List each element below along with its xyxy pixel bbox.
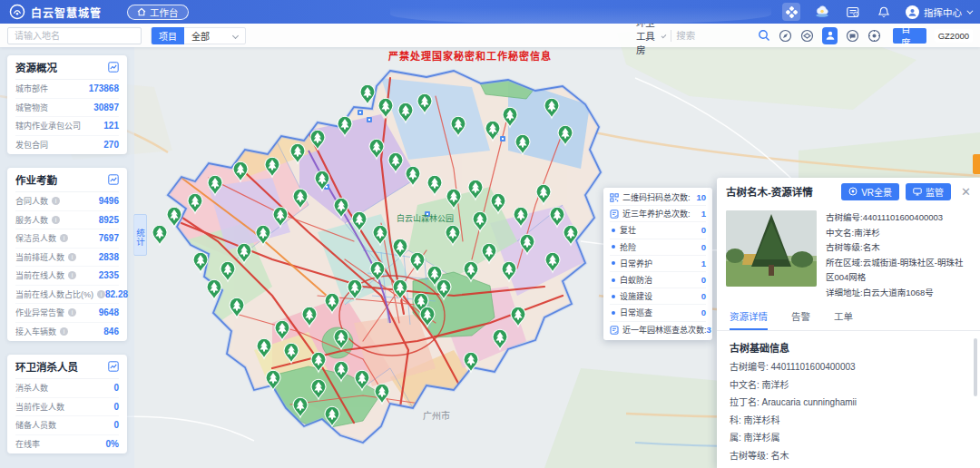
- chevron-down-icon: [966, 7, 973, 14]
- compass-icon[interactable]: [779, 28, 792, 43]
- info-icon[interactable]: [68, 308, 76, 317]
- popup-value: 10: [696, 192, 706, 202]
- person-icon[interactable]: [822, 27, 838, 44]
- tree-stats-popup: 二维码扫码总次数:10近三年养护总次数:1复壮0抢险0日常养护1白蚁防治0设施建…: [603, 188, 712, 340]
- bullet-icon: [612, 278, 615, 282]
- info-icon[interactable]: [52, 216, 60, 224]
- stat-row: 服务人数8925: [15, 211, 119, 230]
- map-statistics-tab[interactable]: 统计: [133, 214, 147, 256]
- apps-icon[interactable]: [782, 3, 800, 21]
- summary-line: 中文名:南洋杉: [826, 226, 971, 241]
- basemap-provider-button[interactable]: 百度: [893, 28, 926, 44]
- tab-2[interactable]: 告警: [791, 309, 810, 330]
- stat-value: 7697: [99, 233, 119, 243]
- header-decoration: [390, 0, 771, 24]
- info-icon[interactable]: [97, 290, 105, 298]
- app-root: 严禁处理国家秘密和工作秘密信息 白云山森林公园广州市 统计 白云智慧城管 工作台: [0, 0, 980, 468]
- stat-row: 当前在线人数占比(%)82.28: [15, 286, 119, 305]
- stat-label: 储备人员数: [15, 419, 56, 431]
- stat-value: 0: [113, 383, 119, 393]
- user-menu[interactable]: 指挥中心: [906, 5, 971, 19]
- field-line: 古树编号: 44011101600400003: [730, 358, 967, 376]
- popup-row: 近一年园林巡查总次数:3: [610, 322, 706, 338]
- monitor-button[interactable]: 监管: [906, 183, 951, 200]
- project-value: 全部: [184, 29, 233, 43]
- popup-label: 二维码扫码总次数:: [622, 191, 691, 203]
- vr-panorama-button[interactable]: VR全景: [841, 183, 899, 200]
- popup-label: 近三年养护总次数:: [622, 208, 691, 219]
- stat-label: 当前在线人数占比(%): [15, 288, 93, 300]
- info-icon[interactable]: [52, 197, 60, 205]
- project-button[interactable]: 项目: [152, 27, 184, 44]
- popup-label: 日常巡查: [620, 307, 652, 318]
- schedule-icon[interactable]: [844, 3, 862, 21]
- bell-icon[interactable]: [875, 3, 893, 21]
- popup-row: 设施建设0: [610, 288, 706, 305]
- tree-summary-info: 古树编号:44011101600400003中文名:南洋杉古树等级:名木所在区域…: [826, 210, 971, 300]
- stat-value: 846: [103, 327, 119, 336]
- workbench-button[interactable]: 工作台: [127, 5, 189, 20]
- stat-value: 30897: [93, 102, 119, 112]
- stat-value: 0: [113, 402, 119, 412]
- stat-label: 当前排班人数: [15, 251, 64, 263]
- user-name: 指挥中心: [924, 5, 962, 19]
- map-edge-tab[interactable]: [973, 154, 980, 174]
- section-title: 古树基础信息: [730, 340, 967, 355]
- popup-value: 0: [701, 275, 706, 285]
- stat-row: 发包合同270: [15, 136, 119, 155]
- popup-row: 近三年养护总次数:1: [610, 206, 706, 222]
- detail-title: 古树名木-资源详情: [726, 184, 813, 199]
- popup-row: 白蚁防治0: [610, 272, 706, 288]
- info-icon[interactable]: [68, 253, 76, 261]
- app-logo-icon: [9, 4, 25, 20]
- popup-row: 日常巡查0: [610, 305, 706, 321]
- poi-search-input[interactable]: [676, 27, 758, 44]
- stat-label: 在线率: [15, 438, 40, 450]
- stat-label: 当前作业人数: [15, 401, 64, 413]
- stat-label: 保洁员人数: [15, 232, 56, 244]
- tab-3[interactable]: 工单: [834, 309, 853, 330]
- popup-row: 复壮0: [610, 222, 706, 239]
- info-icon[interactable]: [68, 271, 76, 279]
- popup-label: 抢险: [620, 241, 636, 253]
- stat-row: 接入车辆数846: [15, 323, 119, 342]
- popup-value: 0: [701, 291, 706, 301]
- stat-row: 储备人员数0: [15, 416, 119, 435]
- project-filter[interactable]: 项目 全部: [151, 27, 246, 44]
- chart-icon[interactable]: [108, 62, 119, 73]
- popup-value: 1: [701, 258, 706, 268]
- stat-panel: 作业考勤合同人数9496服务人数8925保洁员人数7697当前排班人数2838当…: [7, 168, 127, 341]
- search-icon[interactable]: [758, 28, 770, 43]
- vr-icon: [848, 187, 858, 196]
- scrollbar[interactable]: [974, 338, 977, 396]
- info-icon[interactable]: [60, 234, 68, 242]
- stat-label: 城管物资: [15, 102, 48, 113]
- popup-label: 复壮: [620, 224, 636, 236]
- coordinate-system-label[interactable]: GZ2000: [935, 29, 973, 43]
- popup-row: 抢险0: [610, 239, 706, 256]
- tab-1[interactable]: 资源详情: [730, 309, 768, 330]
- panel-title: 作业考勤: [15, 172, 57, 187]
- chart-icon[interactable]: [108, 174, 119, 185]
- stat-row: 当前排班人数2838: [15, 249, 119, 268]
- locate-icon[interactable]: [867, 28, 881, 43]
- stat-label: 发包合同: [15, 139, 48, 151]
- chart-icon[interactable]: [108, 361, 119, 372]
- stat-label: 服务人数: [15, 214, 48, 226]
- message-icon[interactable]: [846, 28, 859, 43]
- stat-row: 当前在线人数2335: [15, 267, 119, 286]
- weather-icon[interactable]: [813, 3, 831, 21]
- close-icon[interactable]: ✕: [961, 186, 971, 198]
- tree-photo: [726, 210, 817, 287]
- stat-label: 当前在线人数: [15, 269, 64, 281]
- stat-row: 辖内作业承包公司121: [15, 117, 119, 136]
- vr-button-label: VR全景: [861, 185, 892, 199]
- layers-icon[interactable]: [800, 28, 814, 43]
- place-search-input[interactable]: [7, 27, 142, 44]
- stat-value: 0: [113, 420, 119, 430]
- field-line: 真实树龄 (年): 24: [730, 464, 967, 468]
- info-icon[interactable]: [60, 327, 68, 336]
- chevron-down-icon: [232, 32, 239, 38]
- field-line: 科: 南洋杉科: [730, 412, 967, 430]
- stat-label: 合同人数: [15, 195, 48, 207]
